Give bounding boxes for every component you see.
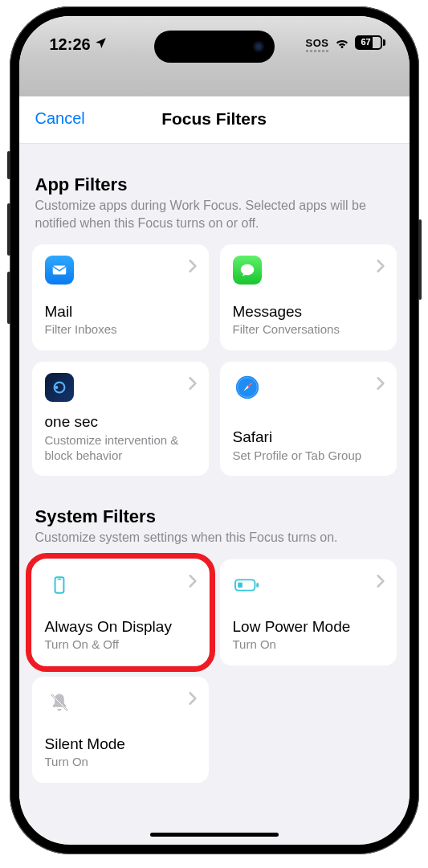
card-sub: Turn On & Off <box>45 637 196 653</box>
location-icon <box>94 35 108 54</box>
filter-card-always-on-display[interactable]: Always On Display Turn On & Off <box>32 559 209 665</box>
svg-point-2 <box>55 386 58 389</box>
filter-card-messages[interactable]: Messages Filter Conversations <box>220 244 397 350</box>
card-sub: Turn On <box>233 637 384 653</box>
sos-indicator: SOS <box>306 38 329 48</box>
svg-rect-9 <box>238 583 243 588</box>
bell-slash-icon <box>45 688 74 717</box>
filter-card-mail[interactable]: Mail Filter Inboxes <box>32 244 209 350</box>
card-sub: Turn On <box>45 755 196 770</box>
card-title: Always On Display <box>45 618 196 637</box>
card-title: Silent Mode <box>45 735 196 754</box>
filter-card-safari[interactable]: Safari Set Profile or Tab Group <box>220 362 397 476</box>
cancel-button[interactable]: Cancel <box>35 109 85 128</box>
app-filters-grid: Mail Filter Inboxes <box>32 244 397 476</box>
safari-icon <box>233 373 262 402</box>
svg-rect-0 <box>52 266 66 275</box>
home-indicator[interactable] <box>150 833 279 837</box>
svg-rect-8 <box>256 583 259 588</box>
card-title: Safari <box>233 428 384 447</box>
status-left: 12:26 <box>50 35 108 54</box>
dynamic-island <box>154 31 275 63</box>
content: App Filters Customize apps during Work F… <box>19 174 410 799</box>
section-desc-system: Customize system settings when this Focu… <box>32 527 397 547</box>
status-time: 12:26 <box>50 35 91 54</box>
volume-up <box>7 203 10 256</box>
phone-device: 12:26 SOS 67 Can <box>10 6 419 854</box>
chevron-right-icon <box>188 691 198 709</box>
status-right: SOS 67 <box>306 35 385 50</box>
filter-card-onesec[interactable]: one sec Customize intervention & block b… <box>32 362 209 476</box>
chevron-right-icon <box>188 376 198 394</box>
phone-icon <box>45 571 74 600</box>
navbar: Cancel Focus Filters <box>19 96 410 144</box>
power-button <box>418 219 422 300</box>
photo-frame: 12:26 SOS 67 Can <box>0 0 428 868</box>
battery-low-icon <box>233 571 262 600</box>
chevron-right-icon <box>376 376 385 394</box>
screen: 12:26 SOS 67 Can <box>19 16 410 845</box>
messages-icon <box>233 256 262 285</box>
empty-grid-cell <box>220 677 397 783</box>
app-filters-section: App Filters Customize apps during Work F… <box>32 174 397 476</box>
chevron-right-icon <box>188 259 198 276</box>
volume-down <box>7 272 10 324</box>
section-title-system: System Filters <box>32 506 397 527</box>
card-title: one sec <box>45 413 196 432</box>
battery-icon: 67 <box>355 35 385 50</box>
mail-icon <box>45 256 74 285</box>
page-title: Focus Filters <box>161 109 267 128</box>
filter-card-silent-mode[interactable]: Silent Mode Turn On <box>32 677 209 783</box>
mute-switch <box>7 151 10 179</box>
card-sub: Set Profile or Tab Group <box>233 448 384 464</box>
card-sub: Filter Inboxes <box>45 322 196 338</box>
card-title: Low Power Mode <box>233 618 384 637</box>
card-sub: Customize intervention & block behavior <box>45 433 196 464</box>
section-title-app: App Filters <box>32 174 397 195</box>
section-desc-app: Customize apps during Work Focus. Select… <box>32 195 397 231</box>
wifi-icon <box>334 36 350 49</box>
chevron-right-icon <box>188 574 198 592</box>
system-filters-grid: Always On Display Turn On & Off <box>32 559 397 783</box>
card-title: Messages <box>233 303 384 321</box>
card-title: Mail <box>45 303 196 321</box>
onesec-icon <box>45 373 74 402</box>
chevron-right-icon <box>376 259 385 276</box>
card-sub: Filter Conversations <box>233 322 384 338</box>
system-filters-section: System Filters Customize system settings… <box>32 506 397 783</box>
filter-card-low-power-mode[interactable]: Low Power Mode Turn On <box>220 559 397 665</box>
chevron-right-icon <box>376 574 385 592</box>
